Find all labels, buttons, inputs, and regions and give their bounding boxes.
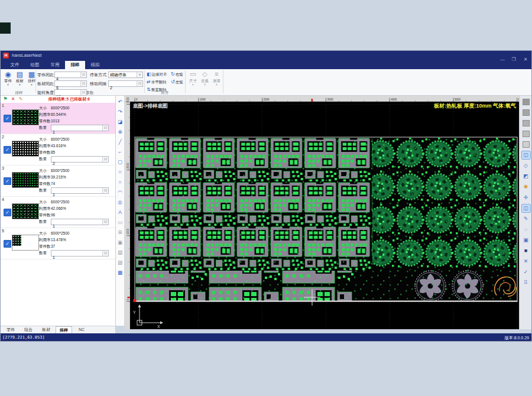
probe-icon[interactable]: ◌: [521, 225, 531, 234]
flip-vertical-button[interactable]: ⇅垂直翻转: [147, 86, 167, 93]
dock-mode-select[interactable]: 精确停靠 ∨: [108, 72, 143, 78]
stepper-icon[interactable]: ⊡: [102, 219, 108, 225]
move-step-field[interactable]: ⊡: [108, 80, 143, 87]
close-icon[interactable]: ✕: [521, 257, 531, 266]
svg-text:5000: 5000: [455, 98, 461, 101]
zoom-icon[interactable]: ⊕: [116, 128, 124, 136]
swatch-2-icon[interactable]: [521, 108, 531, 117]
transform-button[interactable]: ◇ 变换 ▼: [199, 70, 210, 93]
measure-button[interactable]: ≡ 测量 ▼: [211, 70, 222, 93]
undo-icon[interactable]: ↶: [116, 98, 124, 106]
tab-common[interactable]: 常用: [45, 61, 65, 69]
panel-icon[interactable]: ▣: [521, 236, 531, 245]
fill-icon[interactable]: ▩: [116, 269, 124, 277]
plate-button[interactable]: ▤ 板材 ▼: [14, 70, 25, 92]
circle-icon[interactable]: ○: [116, 178, 124, 186]
rect-icon[interactable]: ▢: [116, 158, 124, 166]
edge-align-button[interactable]: ◧边缘对齐: [147, 71, 167, 78]
swatch-4-icon[interactable]: [521, 129, 531, 138]
move-step-input[interactable]: [109, 85, 138, 90]
text-icon[interactable]: A: [116, 209, 124, 216]
qty-field[interactable]: ⊡: [51, 187, 109, 194]
swatch-5-icon[interactable]: [521, 140, 531, 149]
stepper-icon[interactable]: ⊡: [137, 81, 142, 86]
dimension-icon[interactable]: ▭: [116, 219, 124, 226]
transform-icon[interactable]: ◩: [521, 172, 531, 181]
preview-icon[interactable]: ◪: [116, 118, 124, 126]
item-checkbox[interactable]: ✓: [4, 146, 11, 154]
nest-result-item[interactable]: 2 ✓ 大小 6000*2500 利用率 43.616% 零件数 85 数量 ⊡: [0, 134, 115, 165]
tab-combine[interactable]: 组合: [20, 326, 37, 333]
stepper-icon[interactable]: ⊡: [102, 188, 108, 193]
qty-input[interactable]: [51, 255, 103, 260]
qty-field[interactable]: ⊡: [51, 250, 109, 257]
arc-icon[interactable]: ◠: [116, 189, 124, 196]
stepper-icon[interactable]: ⊡: [102, 157, 108, 162]
plate-spacing-field[interactable]: ⊡: [54, 80, 87, 87]
flag-icon[interactable]: ⚑: [2, 96, 8, 102]
parts-button[interactable]: ◉ 零件 ▼: [2, 70, 14, 92]
edit-icon[interactable]: ✎: [521, 215, 531, 223]
swatch-1-icon[interactable]: [521, 98, 531, 106]
tab-draw[interactable]: 绘图: [25, 61, 45, 69]
qty-field[interactable]: ⊡: [51, 125, 109, 131]
size-button[interactable]: ▭ 尺寸 ▼: [187, 70, 199, 93]
line-icon[interactable]: ╱: [116, 138, 124, 146]
star-icon[interactable]: ☆: [116, 168, 124, 176]
display-icon[interactable]: ◫: [521, 204, 531, 213]
rotate-angle-field[interactable]: ⊡: [54, 89, 87, 96]
dropdown-icon[interactable]: ∨: [137, 72, 142, 77]
parts-label: 零件数: [39, 118, 51, 124]
item-checkbox[interactable]: ✓: [4, 115, 11, 122]
swatch-3-icon[interactable]: [521, 119, 531, 128]
item-checkbox[interactable]: ✓: [4, 209, 11, 216]
rotate-left-button[interactable]: ↺左旋: [171, 79, 183, 86]
copy-icon[interactable]: ▣: [116, 239, 124, 246]
part-spacing-field[interactable]: ⊡: [54, 72, 87, 78]
gear-icon[interactable]: ✱: [521, 183, 531, 191]
qty-field[interactable]: ⊡: [51, 156, 109, 163]
hatch-icon[interactable]: ▨: [116, 259, 124, 267]
tab-nest[interactable]: 排样: [65, 61, 85, 69]
nest-result-item[interactable]: 3 ✓ 大小 6000*2500 利用率 39.215% 零件数 74 数量 ⊡: [0, 165, 115, 197]
tab-file[interactable]: 文件: [5, 61, 25, 69]
mask-icon[interactable]: ◇: [521, 161, 531, 170]
tab-nest-result[interactable]: 排样: [56, 326, 72, 333]
rotate-right-button[interactable]: ↻右旋: [171, 71, 183, 78]
polyline-icon[interactable]: ⌐: [116, 148, 124, 156]
item-index: 3: [2, 166, 4, 170]
edit-icon[interactable]: ✎: [18, 96, 24, 102]
nest-result-item[interactable]: 5 ✓ 大小 6000*2500 利用率 13.478% 零件数 37 数量 ⊡: [0, 228, 115, 259]
color-swatch: [523, 131, 530, 137]
grid-icon[interactable]: ⠿: [521, 278, 531, 287]
tab-plate[interactable]: 板材: [38, 326, 54, 333]
check-icon[interactable]: ✓: [521, 268, 531, 277]
stepper-icon[interactable]: ⊡: [80, 81, 86, 86]
item-checkbox[interactable]: ✓: [4, 177, 11, 185]
nesting-canvas[interactable]: 0100020003000400050006000 3000200010000 …: [125, 96, 519, 329]
delete-icon[interactable]: ✕: [10, 96, 16, 102]
stepper-icon[interactable]: ⊡: [80, 72, 86, 77]
solid-icon[interactable]: ■: [521, 246, 531, 255]
plate-graphic[interactable]: [135, 137, 518, 302]
monitor-icon[interactable]: ◫: [521, 151, 531, 160]
tab-simulate[interactable]: 模拟: [85, 61, 105, 69]
axis-y-label: Y: [133, 310, 136, 314]
chevron-down-icon: ▼: [211, 83, 222, 87]
flip-horizontal-button[interactable]: ⇄水平翻转: [147, 79, 167, 86]
item-checkbox[interactable]: ✓: [4, 240, 11, 248]
stepper-icon[interactable]: ⊡: [80, 90, 86, 95]
tab-parts[interactable]: 零件: [2, 326, 19, 333]
stepper-icon[interactable]: ⊡: [102, 125, 108, 131]
qty-field[interactable]: ⊡: [51, 219, 109, 225]
stepper-icon[interactable]: ⊡: [102, 251, 108, 256]
tab-nc[interactable]: NC: [73, 326, 90, 333]
ellipse-icon[interactable]: ◎: [116, 199, 124, 206]
nest-result-item[interactable]: 4 ✓ 大小 6000*2500 利用率 42.066% 零件数 96 数量 ⊡: [0, 197, 115, 228]
array-icon[interactable]: ⊞: [116, 229, 124, 236]
paste-icon[interactable]: ▤: [116, 249, 124, 257]
nest-result-item[interactable]: 1 ✓ 大小 6000*2500 利用率 60.544% 零件数 1013 数量…: [0, 103, 115, 134]
move-step-label: 移动间隔: [90, 80, 106, 87]
redo-icon[interactable]: ↷: [116, 108, 124, 116]
fan-icon[interactable]: ✢: [521, 193, 531, 202]
